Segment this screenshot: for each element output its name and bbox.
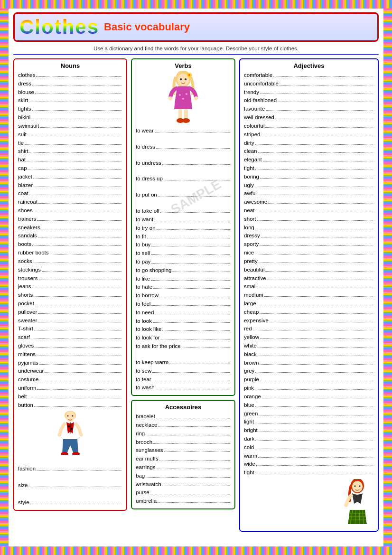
noun-item: socks [18,257,122,266]
vocab-word: purse [136,489,149,497]
vocab-dots [255,440,373,441]
vocab-dots [255,423,373,423]
vocab-word: costume [18,376,38,384]
adjective-item: clean [244,147,374,156]
accessory-item: umbrella [136,497,231,506]
vocab-dots [255,389,373,390]
vocab-word: medium [244,291,263,300]
vocab-dots [32,110,122,111]
vocab-word: to put on [136,191,157,199]
vocab-dots [38,237,121,237]
vocab-dots [158,426,230,427]
noun-item: jacket [18,173,122,181]
vocab-dots [258,356,373,356]
vocab-word: boots [18,240,31,249]
vocab-word: orange [244,393,261,401]
vocab-dots [147,238,230,238]
vocab-dots [34,187,121,187]
vocab-dots [162,486,230,486]
vocab-word: rubber boots [18,249,49,257]
vocab-dots [28,398,121,398]
verb-item: to look like [136,325,231,334]
vocab-word: long [244,224,254,232]
adjective-item: ugly [244,181,374,190]
noun-item: raincoat [18,198,122,207]
verbs-list: to wearto dressto undressto dress upto p… [136,127,231,392]
border-left [0,9,9,546]
adjectives-column: Adjectives comfortableuncomfortabletrend… [239,58,379,536]
vocab-dots [261,237,373,237]
vocab-dots [264,296,373,297]
verb-item: to feel [136,300,231,309]
vocab-word: to pay [136,258,150,266]
vocab-dots [156,389,230,389]
vocab-word: suit [18,131,27,139]
vocab-word: boring [244,173,259,181]
accessory-item: necklace [136,421,231,430]
vocab-word: dress [18,80,31,88]
svg-point-19 [186,93,187,95]
vocab-word: jacket [18,173,32,181]
adjective-item: attractive [244,274,374,283]
vocab-dots [153,443,230,444]
vocab-dots [28,169,121,170]
vocab-word: trendy [244,88,259,97]
vocab-dots [34,212,121,212]
vocab-dots [182,348,230,348]
noun-item: pyjamas [18,359,122,367]
verb-item [136,135,231,143]
vocab-dots [164,452,230,452]
vocab-word: green [244,410,258,418]
vocab-dots [152,381,230,381]
svg-point-25 [194,96,198,100]
vocab-word: dressy [244,232,260,240]
girl-figure-container [136,71,231,125]
adjective-item: yellow [244,333,374,342]
vocab-word: trousers [18,274,38,283]
vocab-word: clothes [18,71,35,80]
vocab-word: awful [244,189,257,198]
girl-figure [166,71,201,123]
vocab-dots [146,477,230,478]
noun-item: tie [18,139,122,148]
verb-item [136,351,231,358]
vocab-dots [34,296,121,297]
accessory-item: bag [136,472,231,480]
adjective-item: pretty [244,257,374,266]
vocab-word: nice [244,249,254,257]
adjectives-box: Adjectives comfortableuncomfortabletrend… [239,58,379,532]
vocab-word: skirt [18,96,28,105]
vocab-word: T-shirt [18,325,33,333]
accessory-item: sunglasses [136,446,231,455]
vocab-word: grey [244,367,254,376]
vocab-word: scarf [18,333,30,342]
vocab-dots [257,220,373,221]
adjective-item: trendy [244,88,374,97]
vocab-word: colourful [244,122,264,131]
vocab-word: umbrella [136,497,157,506]
vocab-word: favourite [244,105,265,113]
vocab-dots [34,406,121,407]
vocab-dots [259,415,373,415]
adjective-item: bright [244,426,374,435]
vocab-dots [35,94,121,94]
vocab-dots [256,465,373,466]
verb-item: to dress up [136,175,231,183]
vocab-dots [169,364,230,364]
accessories-box: Accessoires braceletnecklaceringbroochsu… [131,400,235,509]
vocab-word: to ask for the price [136,342,181,351]
vocab-word: well dressed [244,113,274,122]
vocab-word: to look for [136,334,160,342]
vocab-word: wide [244,460,255,469]
title-box: Clothes Basic vocabulary [13,12,379,42]
vocab-dots [255,229,373,229]
adjective-item: sporty [244,240,374,249]
vocab-dots [253,330,373,330]
adjective-item: elegant [244,156,374,164]
vocab-dots [156,418,230,418]
verb-item: to fit [136,233,231,241]
vocab-dots [31,339,121,339]
vocab-word: wristwatch [136,480,161,489]
vocab-word: sunglasses [136,446,163,455]
vocab-word: gloves [18,342,34,350]
